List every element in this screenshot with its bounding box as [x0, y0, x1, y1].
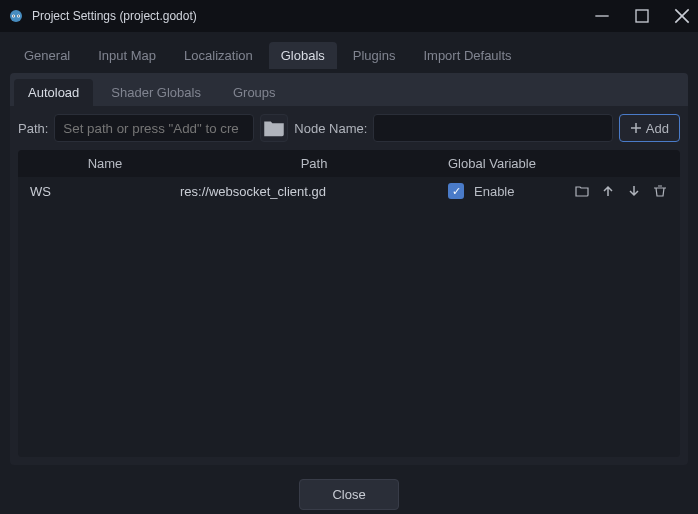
move-down-icon[interactable]	[626, 183, 642, 199]
titlebar: Project Settings (project.godot)	[0, 0, 698, 32]
subtab-groups[interactable]: Groups	[219, 79, 290, 106]
tab-general[interactable]: General	[12, 42, 82, 69]
row-name: WS	[30, 184, 180, 199]
autoload-toolbar: Path: Node Name: Add	[10, 106, 688, 150]
enable-label: Enable	[474, 184, 564, 199]
main-tabs: General Input Map Localization Globals P…	[12, 42, 686, 69]
path-input[interactable]	[54, 114, 254, 142]
tab-localization[interactable]: Localization	[172, 42, 265, 69]
dialog-footer: Close	[0, 465, 698, 514]
subtab-autoload[interactable]: Autoload	[14, 79, 93, 106]
svg-rect-5	[636, 10, 648, 22]
minimize-button[interactable]	[594, 8, 610, 24]
tab-plugins[interactable]: Plugins	[341, 42, 408, 69]
close-window-button[interactable]	[674, 8, 690, 24]
open-folder-icon[interactable]	[574, 183, 590, 199]
maximize-button[interactable]	[634, 8, 650, 24]
svg-point-4	[18, 15, 19, 16]
table-row[interactable]: WS res://websocket_client.gd ✓ Enable	[18, 177, 680, 205]
node-name-input[interactable]	[373, 114, 613, 142]
header-path: Path	[180, 156, 448, 171]
header-name: Name	[30, 156, 180, 171]
godot-icon	[8, 8, 24, 24]
close-button[interactable]: Close	[299, 479, 398, 510]
table-body: WS res://websocket_client.gd ✓ Enable	[18, 177, 680, 457]
tab-input-map[interactable]: Input Map	[86, 42, 168, 69]
enable-checkbox[interactable]: ✓	[448, 183, 464, 199]
sub-tabs: Autoload Shader Globals Groups	[10, 73, 688, 106]
add-button-label: Add	[646, 121, 669, 136]
browse-path-button[interactable]	[260, 114, 288, 142]
row-path: res://websocket_client.gd	[180, 184, 448, 199]
subtab-shader-globals[interactable]: Shader Globals	[97, 79, 215, 106]
move-up-icon[interactable]	[600, 183, 616, 199]
svg-point-0	[10, 10, 22, 22]
delete-icon[interactable]	[652, 183, 668, 199]
window-title: Project Settings (project.godot)	[32, 9, 594, 23]
path-label: Path:	[18, 121, 48, 136]
svg-point-3	[13, 15, 14, 16]
plus-icon	[630, 122, 642, 134]
table-header: Name Path Global Variable	[18, 150, 680, 177]
node-name-label: Node Name:	[294, 121, 367, 136]
header-global-variable: Global Variable	[448, 156, 668, 171]
tab-import-defaults[interactable]: Import Defaults	[411, 42, 523, 69]
tab-globals[interactable]: Globals	[269, 42, 337, 69]
add-button[interactable]: Add	[619, 114, 680, 142]
